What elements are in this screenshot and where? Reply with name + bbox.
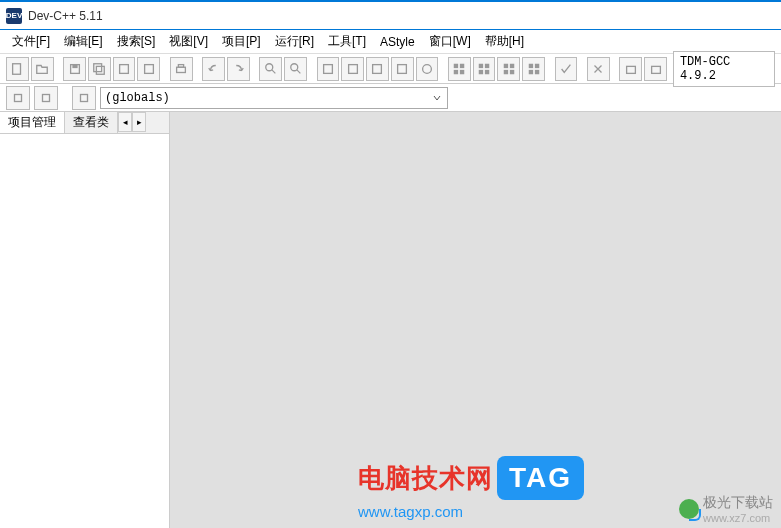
grid3-button[interactable]: [497, 57, 520, 81]
window-title: Dev-C++ 5.11: [28, 9, 103, 23]
svg-rect-14: [348, 64, 357, 73]
misc2-button[interactable]: [644, 57, 667, 81]
svg-rect-15: [373, 64, 382, 73]
main-toolbar: TDM-GCC 4.9.2: [0, 54, 781, 84]
svg-rect-36: [43, 94, 50, 101]
save-button[interactable]: [63, 57, 86, 81]
svg-rect-2: [72, 64, 77, 68]
svg-rect-30: [534, 63, 538, 67]
rebuild-button[interactable]: [391, 57, 414, 81]
svg-rect-3: [94, 63, 102, 71]
menu-run[interactable]: 运行[R]: [269, 31, 320, 52]
svg-rect-24: [485, 69, 489, 73]
svg-point-9: [266, 63, 273, 70]
watermark-xz7: 极光下载站 www.xz7.com: [679, 494, 773, 524]
svg-rect-25: [504, 63, 508, 67]
svg-rect-6: [144, 64, 153, 73]
svg-rect-18: [460, 63, 464, 67]
main-area: 项目管理 查看类 ◂ ▸ 电脑技术网 TAG www.tagxp.com 极光下…: [0, 112, 781, 528]
svg-point-11: [290, 63, 297, 70]
watermark-xz7-url: www.xz7.com: [703, 512, 773, 524]
svg-rect-35: [15, 94, 22, 101]
svg-rect-5: [120, 64, 129, 73]
watermark-tagxp-title: 电脑技术网: [358, 461, 493, 496]
run-button[interactable]: [341, 57, 364, 81]
nav-back-button[interactable]: [6, 86, 30, 110]
chevron-down-icon: [429, 90, 445, 106]
bookmark-button[interactable]: [72, 86, 96, 110]
open-button[interactable]: [31, 57, 54, 81]
svg-rect-27: [504, 69, 508, 73]
delete-button[interactable]: [587, 57, 610, 81]
menu-tools[interactable]: 工具[T]: [322, 31, 372, 52]
menu-view[interactable]: 视图[V]: [163, 31, 214, 52]
svg-rect-8: [179, 64, 184, 67]
menu-astyle[interactable]: AStyle: [374, 33, 421, 51]
check-button[interactable]: [555, 57, 578, 81]
aurora-icon: [679, 499, 699, 519]
svg-rect-37: [81, 94, 88, 101]
sidebar-tabs: 项目管理 查看类 ◂ ▸: [0, 112, 169, 134]
svg-rect-4: [97, 66, 105, 74]
misc1-button[interactable]: [619, 57, 642, 81]
close-button[interactable]: [137, 57, 160, 81]
menu-project[interactable]: 项目[P]: [216, 31, 267, 52]
undo-button[interactable]: [202, 57, 225, 81]
svg-rect-22: [485, 63, 489, 67]
svg-rect-7: [177, 67, 186, 72]
grid1-button[interactable]: [448, 57, 471, 81]
svg-rect-13: [324, 64, 333, 73]
secondary-toolbar: (globals): [0, 84, 781, 112]
sidebar: 项目管理 查看类 ◂ ▸: [0, 112, 170, 528]
globals-combo[interactable]: (globals): [100, 87, 448, 109]
new-file-button[interactable]: [6, 57, 29, 81]
menu-edit[interactable]: 编辑[E]: [58, 31, 109, 52]
grid2-button[interactable]: [473, 57, 496, 81]
project-tree[interactable]: [0, 134, 169, 528]
watermark-xz7-title: 极光下载站: [703, 494, 773, 512]
app-icon: DEV: [6, 8, 22, 24]
menu-help[interactable]: 帮助[H]: [479, 31, 530, 52]
svg-rect-34: [651, 66, 660, 73]
svg-rect-26: [510, 63, 514, 67]
tab-nav: ◂ ▸: [118, 112, 146, 133]
find-button[interactable]: [259, 57, 282, 81]
svg-rect-29: [528, 63, 532, 67]
compile-button[interactable]: [317, 57, 340, 81]
menubar: 文件[F] 编辑[E] 搜索[S] 视图[V] 项目[P] 运行[R] 工具[T…: [0, 30, 781, 54]
compile-run-button[interactable]: [366, 57, 389, 81]
editor-area: 电脑技术网 TAG www.tagxp.com 极光下载站 www.xz7.co…: [170, 112, 781, 528]
nav-fwd-button[interactable]: [34, 86, 58, 110]
svg-rect-33: [626, 66, 635, 73]
watermark-tagxp: 电脑技术网 TAG: [358, 456, 584, 500]
print-button[interactable]: [170, 57, 193, 81]
svg-rect-19: [454, 69, 458, 73]
svg-line-12: [296, 69, 300, 73]
tab-nav-right[interactable]: ▸: [132, 112, 146, 132]
save-as-button[interactable]: [113, 57, 136, 81]
tab-class-view[interactable]: 查看类: [65, 112, 118, 133]
titlebar: DEV Dev-C++ 5.11: [0, 2, 781, 30]
replace-button[interactable]: [284, 57, 307, 81]
watermark-tagxp-tag: TAG: [497, 456, 584, 500]
svg-rect-16: [398, 64, 407, 73]
svg-rect-23: [479, 69, 483, 73]
menu-window[interactable]: 窗口[W]: [423, 31, 477, 52]
menu-search[interactable]: 搜索[S]: [111, 31, 162, 52]
tab-nav-left[interactable]: ◂: [118, 112, 132, 132]
watermark-tagxp-url: www.tagxp.com: [358, 503, 463, 520]
tab-project-mgmt[interactable]: 项目管理: [0, 112, 65, 133]
debug-button[interactable]: [416, 57, 439, 81]
svg-rect-17: [454, 63, 458, 67]
svg-rect-21: [479, 63, 483, 67]
menu-file[interactable]: 文件[F]: [6, 31, 56, 52]
grid4-button[interactable]: [522, 57, 545, 81]
svg-line-10: [272, 69, 276, 73]
redo-button[interactable]: [227, 57, 250, 81]
svg-rect-32: [534, 69, 538, 73]
svg-rect-31: [528, 69, 532, 73]
svg-rect-28: [510, 69, 514, 73]
svg-rect-20: [460, 69, 464, 73]
compiler-selector[interactable]: TDM-GCC 4.9.2: [673, 51, 775, 87]
save-all-button[interactable]: [88, 57, 111, 81]
